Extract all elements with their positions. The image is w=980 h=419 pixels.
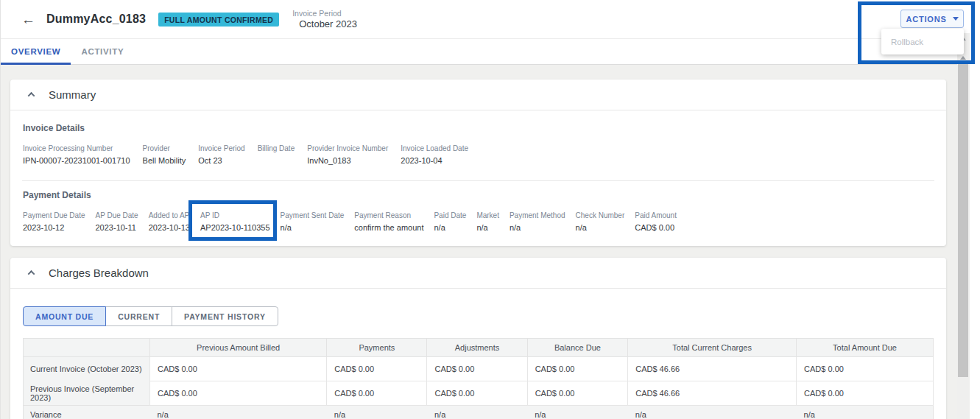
cell: CAD$ 0.00 bbox=[427, 357, 527, 381]
page-title: DummyAcc_0183 bbox=[46, 13, 146, 26]
menu-item-rollback[interactable]: Rollback bbox=[881, 38, 964, 46]
section-divider bbox=[22, 180, 934, 181]
col-previous-amount-billed: Previous Amount Billed bbox=[150, 339, 327, 357]
payment-details-fields: Payment Due Date 2023-10-12 AP Due Date … bbox=[23, 211, 934, 233]
chevron-up-icon bbox=[28, 92, 35, 99]
cell: n/a bbox=[327, 406, 427, 419]
invoice-period-value: October 2023 bbox=[292, 18, 357, 29]
col-balance-due: Balance Due bbox=[527, 339, 628, 357]
field-payment-due-date: Payment Due Date 2023-10-12 bbox=[23, 211, 85, 233]
row-label: Variance bbox=[24, 406, 150, 419]
cell: CAD$ 0.00 bbox=[427, 381, 527, 406]
charges-breakdown-title: Charges Breakdown bbox=[49, 267, 149, 279]
invoice-details-fields: Invoice Processing Number IPN-00007-2023… bbox=[23, 144, 934, 166]
scroll-up-icon[interactable] bbox=[960, 56, 966, 60]
table-row-current-invoice: Current Invoice (October 2023) CAD$ 0.00… bbox=[24, 357, 934, 381]
back-arrow-icon[interactable]: ← bbox=[21, 13, 35, 27]
caret-down-icon bbox=[953, 17, 959, 21]
annotation-box-ap-id bbox=[188, 200, 277, 241]
charges-view-tabs: AMOUNT DUE CURRENT PAYMENT HISTORY bbox=[23, 306, 934, 326]
field-payment-sent-date: Payment Sent Date n/a bbox=[281, 211, 345, 233]
cell: CAD$ 46.66 bbox=[628, 381, 797, 406]
right-gutter bbox=[970, 33, 980, 419]
field-payment-reason: Payment Reason confirm the amount bbox=[354, 211, 423, 233]
charges-breakdown-body: AMOUNT DUE CURRENT PAYMENT HISTORY Previ… bbox=[10, 289, 946, 419]
tab-overview[interactable]: OVERVIEW bbox=[1, 39, 71, 64]
cell: CAD$ 0.00 bbox=[527, 357, 628, 381]
charges-table-header-row: Previous Amount Billed Payments Adjustme… bbox=[24, 339, 934, 357]
cell: CAD$ 0.00 bbox=[150, 357, 327, 381]
tab-bar: OVERVIEW ACTIVITY bbox=[1, 39, 980, 65]
table-row-variance: Variance n/a n/a n/a n/a n/a n/a bbox=[24, 406, 934, 419]
charges-breakdown-card: Charges Breakdown AMOUNT DUE CURRENT PAY… bbox=[10, 258, 946, 419]
actions-button[interactable]: ACTIONS bbox=[900, 10, 964, 28]
invoice-details-title: Invoice Details bbox=[23, 123, 934, 133]
cell: CAD$ 0.00 bbox=[150, 381, 327, 406]
view-tab-amount-due[interactable]: AMOUNT DUE bbox=[23, 306, 106, 326]
cell: n/a bbox=[628, 406, 797, 419]
charges-table: Previous Amount Billed Payments Adjustme… bbox=[23, 338, 934, 419]
invoice-period: Invoice Period October 2023 bbox=[292, 9, 357, 29]
view-tab-payment-history[interactable]: PAYMENT HISTORY bbox=[172, 306, 278, 326]
cell: CAD$ 0.00 bbox=[797, 381, 934, 406]
table-row-previous-invoice: Previous Invoice (September 2023) CAD$ 0… bbox=[24, 381, 934, 406]
cell: n/a bbox=[797, 406, 934, 419]
field-added-to-ap: Added to AP 2023-10-13 bbox=[149, 211, 190, 233]
chevron-up-icon bbox=[28, 270, 35, 278]
empty-header-cell bbox=[24, 339, 150, 357]
field-ap-id: AP ID AP2023-10-110355 bbox=[200, 211, 270, 233]
scrollbar-thumb[interactable] bbox=[958, 63, 968, 377]
invoice-period-label: Invoice Period bbox=[292, 9, 357, 18]
tab-activity[interactable]: ACTIVITY bbox=[71, 39, 134, 64]
field-market: Market n/a bbox=[476, 211, 499, 233]
col-payments: Payments bbox=[327, 339, 427, 357]
summary-card: Summary Invoice Details Invoice Processi… bbox=[10, 80, 946, 246]
cell: CAD$ 46.66 bbox=[628, 357, 797, 381]
status-badge: FULL AMOUNT CONFIRMED bbox=[158, 13, 279, 27]
field-ap-due-date: AP Due Date 2023-10-11 bbox=[96, 211, 138, 233]
field-payment-method: Payment Method n/a bbox=[510, 211, 565, 233]
vertical-scrollbar[interactable] bbox=[957, 33, 970, 419]
view-tab-current[interactable]: CURRENT bbox=[105, 306, 172, 326]
cell: CAD$ 0.00 bbox=[797, 357, 934, 381]
cell: CAD$ 0.00 bbox=[327, 381, 427, 406]
cell: n/a bbox=[527, 406, 628, 419]
cell: n/a bbox=[150, 406, 327, 419]
actions-dropdown-menu: Rollback bbox=[881, 29, 964, 54]
col-total-current-charges: Total Current Charges bbox=[628, 339, 797, 357]
cell: n/a bbox=[427, 406, 527, 419]
field-provider: Provider Bell Mobility bbox=[143, 144, 186, 166]
col-total-amount-due: Total Amount Due bbox=[797, 339, 934, 357]
field-invoice-period: Invoice Period Oct 23 bbox=[198, 144, 244, 166]
col-adjustments: Adjustments bbox=[427, 339, 527, 357]
row-label: Current Invoice (October 2023) bbox=[24, 357, 150, 381]
field-paid-date: Paid Date n/a bbox=[434, 211, 466, 233]
summary-title: Summary bbox=[49, 88, 96, 101]
summary-card-header[interactable]: Summary bbox=[10, 80, 946, 110]
charges-breakdown-header[interactable]: Charges Breakdown bbox=[10, 258, 946, 289]
field-invoice-loaded-date: Invoice Loaded Date 2023-10-04 bbox=[401, 144, 468, 166]
field-provider-invoice-number: Provider Invoice Number InvNo_0183 bbox=[307, 144, 388, 166]
cell: CAD$ 0.00 bbox=[327, 357, 427, 381]
field-check-number: Check Number n/a bbox=[576, 211, 625, 233]
field-billing-date: Billing Date bbox=[258, 144, 295, 166]
cell: CAD$ 0.00 bbox=[527, 381, 628, 406]
field-paid-amount: Paid Amount CAD$ 0.00 bbox=[635, 211, 677, 233]
page-header: ← DummyAcc_0183 FULL AMOUNT CONFIRMED In… bbox=[1, 0, 980, 39]
invoice-detail-page: ← DummyAcc_0183 FULL AMOUNT CONFIRMED In… bbox=[0, 0, 980, 419]
main-content: Summary Invoice Details Invoice Processi… bbox=[1, 65, 980, 419]
summary-card-body: Invoice Details Invoice Processing Numbe… bbox=[10, 110, 946, 246]
actions-button-label: ACTIONS bbox=[906, 15, 946, 24]
payment-details-title: Payment Details bbox=[23, 190, 934, 200]
field-invoice-processing-number: Invoice Processing Number IPN-00007-2023… bbox=[23, 144, 130, 166]
row-label: Previous Invoice (September 2023) bbox=[24, 381, 150, 406]
